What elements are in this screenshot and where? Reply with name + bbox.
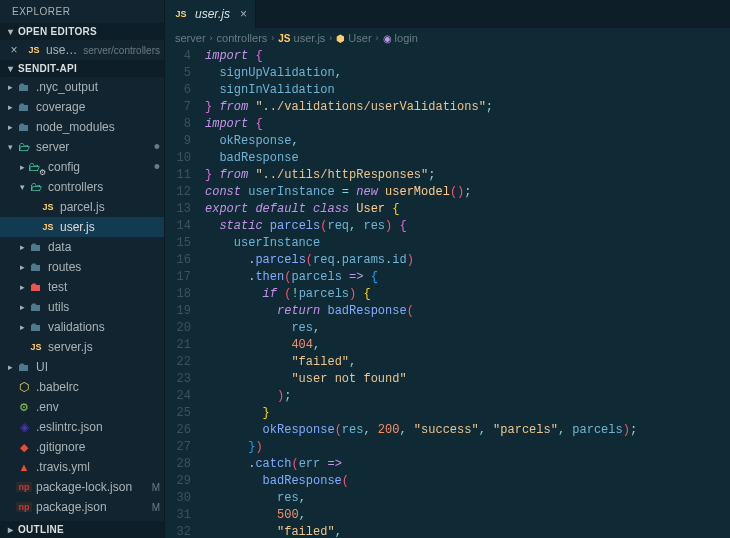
chevron-right-icon: › <box>329 33 332 43</box>
code-lines[interactable]: import { signUpValidation, signInValidat… <box>205 48 730 538</box>
project-header[interactable]: ▾ SENDIT-API <box>0 60 164 77</box>
tree-item[interactable]: ▾🗁controllers <box>0 177 164 197</box>
tree-item[interactable]: JSserver.js <box>0 337 164 357</box>
crumb[interactable]: server <box>175 32 206 44</box>
tree-item-label: package-lock.json <box>36 480 152 494</box>
chevron-right-icon: ▸ <box>4 102 16 112</box>
tree-item[interactable]: ▸🖿node_modules <box>0 117 164 137</box>
open-editor-path: server/controllers <box>83 45 160 56</box>
chevron-down-icon: ▾ <box>4 26 18 37</box>
chevron-right-icon: › <box>271 33 274 43</box>
chevron-right-icon: ▸ <box>4 362 16 372</box>
tree-item-label: coverage <box>36 100 160 114</box>
js-icon: JS <box>40 202 56 212</box>
git-icon: ◆ <box>16 441 32 454</box>
open-editors-label: OPEN EDITORS <box>18 26 97 37</box>
chevron-right-icon: ▸ <box>16 282 28 292</box>
tree-item-label: validations <box>48 320 160 334</box>
tree-item-label: parcel.js <box>60 200 160 214</box>
tree-item[interactable]: ▸🖿validations <box>0 317 164 337</box>
tree-item[interactable]: ▸🗁⚙config• <box>0 157 164 177</box>
panel-title: EXPLORER <box>0 0 164 23</box>
tree-item[interactable]: ▸🖿.nyc_output <box>0 77 164 97</box>
tab-bar: JS user.js × <box>165 0 730 28</box>
tree-item[interactable]: ▸🖿test <box>0 277 164 297</box>
npm-icon: np <box>16 482 32 492</box>
chevron-right-icon: ▸ <box>16 242 28 252</box>
tree-item[interactable]: nppackage-lock.jsonM <box>0 477 164 497</box>
folder-open-icon: 🗁 <box>28 180 44 194</box>
folder-icon: 🖿 <box>28 320 44 334</box>
tree-item[interactable]: JSuser.js <box>0 217 164 237</box>
open-editors-header[interactable]: ▾ OPEN EDITORS <box>0 23 164 40</box>
tree-item[interactable]: ▸🖿UI <box>0 357 164 377</box>
crumb[interactable]: controllers <box>217 32 268 44</box>
tab-label: user.js <box>195 7 230 21</box>
outline-header[interactable]: ▸ OUTLINE <box>0 521 164 538</box>
chevron-down-icon: ▾ <box>4 63 18 74</box>
close-icon[interactable]: × <box>6 43 22 57</box>
crumb[interactable]: User <box>348 32 371 44</box>
chevron-right-icon: ▸ <box>4 524 18 535</box>
folder-icon: 🖿 <box>16 120 32 134</box>
tree-item-label: package.json <box>36 500 152 514</box>
tree-item[interactable]: ▸🖿data <box>0 237 164 257</box>
breadcrumbs[interactable]: server › controllers › JS user.js › ⬢ Us… <box>165 28 730 48</box>
tree-item-label: user.js <box>60 220 160 234</box>
chevron-down-icon: ▾ <box>4 142 16 152</box>
tree-item-label: UI <box>36 360 160 374</box>
tree-item-label: .nyc_output <box>36 80 160 94</box>
chevron-right-icon: ▸ <box>16 262 28 272</box>
tree-item[interactable]: ▸🖿routes <box>0 257 164 277</box>
method-icon: ◉ <box>383 33 392 44</box>
chevron-right-icon: ▸ <box>16 302 28 312</box>
explorer-panel: EXPLORER ▾ OPEN EDITORS × JS user.js ser… <box>0 0 165 538</box>
npm-icon: np <box>16 502 32 512</box>
code-editor[interactable]: 4567891011121314151617181920212223242526… <box>165 48 730 538</box>
folder-icon: 🖿 <box>28 240 44 254</box>
travis-icon: ▲ <box>16 461 32 473</box>
editor-area: JS user.js × server › controllers › JS u… <box>165 0 730 538</box>
tree-item-label: node_modules <box>36 120 160 134</box>
line-gutter: 4567891011121314151617181920212223242526… <box>165 48 205 538</box>
tree-item-label: .env <box>36 400 160 414</box>
folder-test-icon: 🖿 <box>28 280 44 294</box>
tree-item[interactable]: ▸🖿coverage <box>0 97 164 117</box>
tree-item-label: .travis.yml <box>36 460 160 474</box>
js-icon: JS <box>173 9 189 19</box>
chevron-down-icon: ▾ <box>16 182 28 192</box>
outline-label: OUTLINE <box>18 524 64 535</box>
js-icon: JS <box>28 342 44 352</box>
dirty-dot-icon: • <box>154 143 160 151</box>
folder-config-icon: 🗁⚙ <box>28 160 44 174</box>
folder-icon: 🖿 <box>16 360 32 374</box>
chevron-right-icon: ▸ <box>16 162 28 172</box>
tree-item[interactable]: ⬡.babelrc <box>0 377 164 397</box>
tree-item[interactable]: ◆.gitignore <box>0 437 164 457</box>
open-editor-name: user.js <box>46 43 79 57</box>
close-icon[interactable]: × <box>240 7 247 21</box>
tree-item[interactable]: ▲.travis.yml <box>0 457 164 477</box>
tree-item-label: .eslintrc.json <box>36 420 160 434</box>
js-icon: JS <box>40 222 56 232</box>
tree-item-label: utils <box>48 300 160 314</box>
chevron-right-icon: › <box>210 33 213 43</box>
crumb[interactable]: user.js <box>294 32 326 44</box>
tree-item-label: routes <box>48 260 160 274</box>
js-icon: JS <box>26 45 42 55</box>
chevron-right-icon: ▸ <box>4 82 16 92</box>
tree-item[interactable]: nppackage.jsonM <box>0 497 164 517</box>
tree-item[interactable]: ▸🖿utils <box>0 297 164 317</box>
tree-item-label: .gitignore <box>36 440 160 454</box>
tree-item[interactable]: JSparcel.js <box>0 197 164 217</box>
chevron-right-icon: › <box>376 33 379 43</box>
crumb[interactable]: login <box>395 32 418 44</box>
open-editor-item[interactable]: × JS user.js server/controllers <box>0 40 164 60</box>
dirty-dot-icon: • <box>154 163 160 171</box>
tree-item[interactable]: ◈.eslintrc.json <box>0 417 164 437</box>
tree-item[interactable]: ▾🗁server• <box>0 137 164 157</box>
babel-icon: ⬡ <box>16 380 32 394</box>
tree-item-label: server <box>36 140 152 154</box>
tree-item[interactable]: ⚙.env <box>0 397 164 417</box>
tab-user-js[interactable]: JS user.js × <box>165 0 256 28</box>
